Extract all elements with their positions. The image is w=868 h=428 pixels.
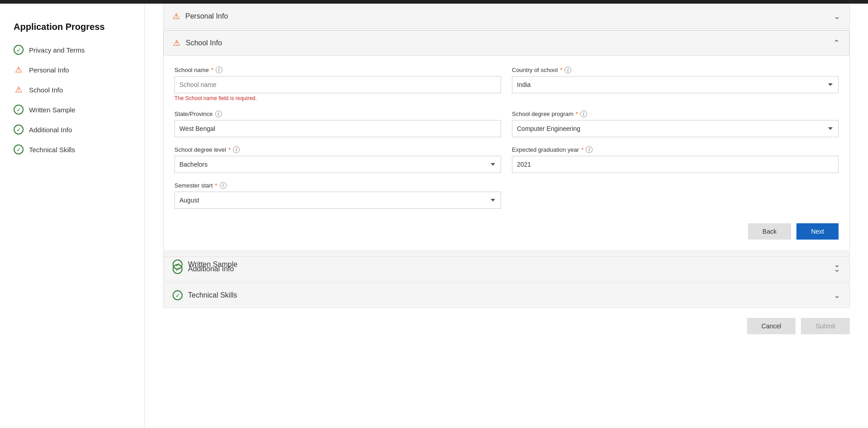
school-degree-level-select[interactable]: Bachelors Masters PhD Associate High Sch… bbox=[174, 156, 501, 173]
school-info-button-row: Back Next bbox=[174, 218, 839, 243]
country-of-school-group: Country of school * i India United State… bbox=[512, 67, 839, 101]
school-name-error: The School name field is required. bbox=[174, 95, 501, 101]
state-province-input[interactable] bbox=[174, 120, 501, 137]
personal-info-header-left: ⚠ Personal Info bbox=[173, 11, 228, 21]
sidebar-label-technical: Technical Skills bbox=[29, 146, 75, 154]
sidebar-item-written[interactable]: ✓ Written Sample bbox=[14, 105, 131, 115]
sidebar-item-personal[interactable]: ⚠ Personal Info bbox=[14, 65, 131, 75]
sidebar-label-written: Written Sample bbox=[29, 106, 75, 114]
school-name-input[interactable] bbox=[174, 76, 501, 93]
school-info-header[interactable]: ⚠ School Info ⌃ bbox=[164, 30, 849, 56]
technical-skills-header[interactable]: ✓ Technical Skills ⌄ bbox=[163, 283, 850, 308]
degree-level-required: * bbox=[228, 146, 231, 153]
personal-info-chevron: ⌄ bbox=[834, 11, 840, 21]
school-form-row-1: School name * i The School name field is… bbox=[174, 67, 839, 101]
school-degree-level-group: School degree level * i Bachelors Master… bbox=[174, 146, 501, 173]
personal-info-header[interactable]: ⚠ Personal Info ⌄ bbox=[163, 4, 850, 29]
check-icon-technical-header: ✓ bbox=[173, 290, 183, 300]
degree-program-required: * bbox=[576, 111, 578, 117]
country-of-school-select[interactable]: India United States United Kingdom Canad… bbox=[512, 76, 839, 93]
check-icon-privacy: ✓ bbox=[14, 45, 24, 55]
written-sample-section: ✓ Written Sample ⌄ bbox=[163, 252, 850, 255]
technical-skills-section: ✓ Technical Skills ⌄ bbox=[163, 283, 850, 308]
sidebar: Application Progress ✓ Privacy and Terms… bbox=[0, 4, 145, 428]
school-info-chevron: ⌃ bbox=[833, 38, 840, 48]
school-degree-level-label: School degree level * i bbox=[174, 146, 501, 153]
next-button[interactable]: Next bbox=[796, 223, 839, 240]
check-icon-additional-header: ✓ bbox=[173, 264, 183, 274]
warning-icon-school: ⚠ bbox=[14, 85, 24, 95]
submit-button[interactable]: Submit bbox=[801, 318, 850, 334]
school-name-label: School name * i bbox=[174, 67, 501, 73]
state-province-group: State/Province i bbox=[174, 111, 501, 137]
school-info-section: ⚠ School Info ⌃ School name * i Th bbox=[163, 30, 850, 251]
warning-icon-school-header: ⚠ bbox=[173, 38, 180, 48]
sidebar-label-additional: Additional Info bbox=[29, 126, 72, 134]
check-icon-written: ✓ bbox=[14, 105, 24, 115]
semester-start-group: Semester start * i January February Marc… bbox=[174, 182, 501, 209]
top-bar bbox=[0, 0, 868, 4]
country-info-icon[interactable]: i bbox=[564, 67, 571, 73]
school-form-row-3: School degree level * i Bachelors Master… bbox=[174, 146, 839, 173]
personal-info-title: Personal Info bbox=[185, 12, 228, 20]
sidebar-item-school[interactable]: ⚠ School Info bbox=[14, 85, 131, 95]
warning-icon-personal-header: ⚠ bbox=[173, 11, 180, 21]
degree-program-info-icon[interactable]: i bbox=[580, 111, 587, 117]
sidebar-title: Application Progress bbox=[14, 22, 131, 32]
expected-graduation-year-label: Expected graduation year * i bbox=[512, 146, 839, 153]
cancel-button[interactable]: Cancel bbox=[747, 318, 796, 334]
country-required: * bbox=[560, 67, 562, 73]
warning-icon-personal: ⚠ bbox=[14, 65, 24, 75]
sidebar-label-personal: Personal Info bbox=[29, 66, 69, 74]
school-form-row-4: Semester start * i January February Marc… bbox=[174, 182, 839, 209]
expected-graduation-year-input[interactable] bbox=[512, 156, 839, 173]
additional-info-chevron: ⌄ bbox=[834, 264, 840, 274]
school-degree-program-label: School degree program * i bbox=[512, 111, 839, 117]
additional-info-title: Additional Info bbox=[188, 265, 234, 273]
semester-start-placeholder bbox=[512, 182, 839, 209]
check-icon-technical: ✓ bbox=[14, 144, 24, 154]
school-degree-program-group: School degree program * i Computer Engin… bbox=[512, 111, 839, 137]
school-name-required: * bbox=[211, 67, 213, 73]
additional-info-section: ✓ Additional Info ⌄ bbox=[163, 256, 850, 282]
state-province-label: State/Province i bbox=[174, 111, 501, 117]
bottom-button-row: Cancel Submit bbox=[163, 309, 850, 334]
semester-start-select[interactable]: January February March April May June Ju… bbox=[174, 192, 501, 209]
additional-info-header-left: ✓ Additional Info bbox=[173, 264, 234, 274]
semester-start-info-icon[interactable]: i bbox=[220, 182, 227, 189]
sidebar-label-privacy: Privacy and Terms bbox=[29, 46, 85, 54]
state-info-icon[interactable]: i bbox=[215, 111, 222, 117]
school-info-body: School name * i The School name field is… bbox=[164, 56, 849, 250]
school-info-header-left: ⚠ School Info bbox=[173, 38, 222, 48]
check-icon-additional: ✓ bbox=[14, 125, 24, 135]
sidebar-item-additional[interactable]: ✓ Additional Info bbox=[14, 125, 131, 135]
semester-start-required: * bbox=[215, 182, 217, 189]
technical-skills-chevron: ⌄ bbox=[834, 290, 840, 300]
back-button[interactable]: Back bbox=[748, 223, 791, 240]
technical-skills-header-left: ✓ Technical Skills bbox=[173, 290, 237, 300]
semester-start-label: Semester start * i bbox=[174, 182, 501, 189]
school-info-title: School Info bbox=[186, 39, 222, 47]
school-degree-program-select[interactable]: Computer Engineering Computer Science El… bbox=[512, 120, 839, 137]
school-form-row-2: State/Province i School degree program *… bbox=[174, 111, 839, 137]
graduation-year-required: * bbox=[581, 146, 583, 153]
graduation-year-info-icon[interactable]: i bbox=[586, 146, 593, 153]
sidebar-label-school: School Info bbox=[29, 86, 63, 94]
school-name-group: School name * i The School name field is… bbox=[174, 67, 501, 101]
personal-info-section: ⚠ Personal Info ⌄ bbox=[163, 4, 850, 29]
sidebar-item-technical[interactable]: ✓ Technical Skills bbox=[14, 144, 131, 154]
technical-skills-title: Technical Skills bbox=[188, 291, 237, 299]
expected-graduation-year-group: Expected graduation year * i bbox=[512, 146, 839, 173]
main-content: ⚠ Personal Info ⌄ ⚠ School Info ⌃ bbox=[145, 4, 868, 428]
sidebar-item-privacy[interactable]: ✓ Privacy and Terms bbox=[14, 45, 131, 55]
additional-info-header[interactable]: ✓ Additional Info ⌄ bbox=[163, 256, 850, 282]
country-of-school-label: Country of school * i bbox=[512, 67, 839, 73]
degree-level-info-icon[interactable]: i bbox=[233, 146, 240, 153]
school-name-info-icon[interactable]: i bbox=[216, 67, 222, 73]
